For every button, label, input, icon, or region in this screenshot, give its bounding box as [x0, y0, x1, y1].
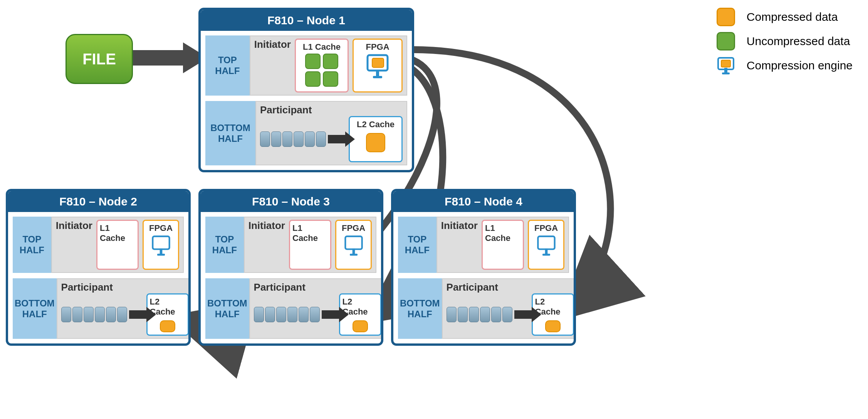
bottom-half-label: BOTTOM HALF: [205, 278, 249, 339]
node-3-body: TOP HALF Initiator L1 Cache FPGA BOTTOM …: [201, 212, 381, 343]
node-4-title: F810 – Node 4: [393, 191, 574, 212]
node-4-bottom-content: Participant L2 Cache: [442, 278, 576, 339]
fpga-title: FPGA: [342, 223, 365, 233]
node-2-title: F810 – Node 2: [8, 191, 188, 212]
l2-cache-box: L2 Cache: [349, 116, 403, 162]
node-3-bottom-half: BOTTOM HALF Participant L2 Cache: [205, 278, 376, 339]
legend-uncompressed: Uncompressed data: [717, 32, 853, 50]
l1-cache-box: L1 Cache: [289, 220, 331, 270]
node-1-top-content: Initiator L1 Cache FPGA: [250, 35, 407, 96]
initiator-label: Initiator: [254, 39, 291, 50]
node-4-top-half: TOP HALF Initiator L1 Cache FPGA: [398, 217, 569, 273]
compressed-data-icon: [366, 133, 385, 152]
l1-cache-box: L1 Cache: [96, 220, 139, 270]
node-4: F810 – Node 4 TOP HALF Initiator L1 Cach…: [391, 189, 576, 346]
svg-rect-18: [542, 254, 550, 256]
participant-row: L2 Cache: [260, 116, 403, 162]
top-half-label: TOP HALF: [13, 217, 51, 273]
node-2: F810 – Node 2 TOP HALF Initiator L1 Cach…: [6, 189, 191, 346]
participant-label: Participant: [447, 281, 498, 293]
svg-rect-3: [722, 72, 730, 74]
arrow-icon: [322, 310, 339, 319]
participant-label: Participant: [61, 281, 113, 293]
svg-rect-11: [159, 249, 162, 254]
svg-rect-1: [721, 60, 730, 67]
node-2-body: TOP HALF Initiator L1 Cache FPGA BOTTOM …: [8, 212, 188, 343]
bottom-half-label: BOTTOM HALF: [398, 278, 442, 339]
svg-rect-8: [376, 70, 379, 77]
node-3-top-half: TOP HALF Initiator L1 Cache FPGA: [205, 217, 376, 273]
disk-array-icon: [260, 131, 326, 147]
l1-cache-title: L1 Cache: [485, 223, 520, 243]
legend-uncompressed-label: Uncompressed data: [747, 35, 850, 48]
l1-data-grid: [305, 54, 338, 87]
l1-cache-box: L1 Cache: [482, 220, 524, 270]
compressed-swatch-icon: [717, 8, 735, 26]
node-1-body: TOP HALF Initiator L1 Cache FPGA: [201, 31, 412, 170]
legend-engine-label: Compression engine: [747, 59, 853, 72]
svg-rect-9: [373, 76, 382, 78]
svg-rect-12: [157, 254, 165, 256]
arrow-icon: [129, 310, 146, 319]
compressed-data-icon: [545, 320, 561, 332]
uncompressed-swatch-icon: [717, 32, 735, 50]
node-4-body: TOP HALF Initiator L1 Cache FPGA BOTTOM …: [393, 212, 574, 343]
legend-compressed: Compressed data: [717, 8, 853, 26]
l1-cache-title: L1 Cache: [292, 223, 328, 243]
compressed-data-icon: [353, 320, 368, 332]
node-2-bottom-content: Participant L2 Cache: [57, 278, 191, 339]
initiator-label: Initiator: [56, 220, 92, 232]
node-1: F810 – Node 1 TOP HALF Initiator L1 Cach…: [198, 8, 414, 172]
l1-cache-title: L1 Cache: [100, 223, 135, 243]
arrow-icon: [328, 135, 345, 143]
node-1-bottom-content: Participant L2 Cache: [255, 101, 407, 165]
top-half-label: TOP HALF: [398, 217, 437, 273]
compression-engine-icon: [366, 54, 389, 81]
disk-array-icon: [61, 307, 127, 322]
uncompressed-data-icon: [323, 54, 338, 69]
compression-engine-icon: [151, 235, 171, 258]
participant-label: Participant: [260, 104, 312, 116]
legend-engine: Compression engine: [717, 56, 853, 75]
svg-rect-17: [545, 249, 547, 254]
node-2-top-half: TOP HALF Initiator L1 Cache FPGA: [13, 217, 184, 273]
initiator-label: Initiator: [248, 220, 285, 232]
svg-rect-15: [350, 254, 358, 256]
node-3: F810 – Node 3 TOP HALF Initiator L1 Cach…: [198, 189, 383, 346]
top-half-label: TOP HALF: [205, 35, 250, 96]
bottom-half-label: BOTTOM HALF: [13, 278, 57, 339]
fpga-title: FPGA: [534, 223, 558, 233]
fpga-title: FPGA: [149, 223, 173, 233]
participant-row: L2 Cache: [61, 293, 189, 336]
uncompressed-data-icon: [323, 71, 338, 87]
top-half-label: TOP HALF: [205, 217, 244, 273]
fpga-box: FPGA: [528, 220, 564, 270]
file-box: FILE: [65, 34, 133, 84]
node-3-bottom-content: Participant L2 Cache: [249, 278, 383, 339]
compressed-data-icon: [160, 320, 175, 332]
node-1-title: F810 – Node 1: [201, 10, 412, 31]
svg-rect-10: [153, 236, 169, 249]
node-1-bottom-half: BOTTOM HALF Participant L2 Cache: [205, 101, 407, 165]
bottom-half-label: BOTTOM HALF: [205, 101, 255, 165]
svg-rect-7: [372, 58, 384, 67]
fpga-box: FPGA: [353, 39, 403, 93]
participant-label: Participant: [254, 281, 306, 293]
legend-compressed-label: Compressed data: [747, 10, 838, 24]
node-3-title: F810 – Node 3: [201, 191, 381, 212]
legend: Compressed data Uncompressed data Compre…: [717, 8, 853, 81]
disk-array-icon: [447, 307, 512, 322]
file-label: FILE: [82, 50, 116, 68]
l2-cache-title: L2 Cache: [357, 119, 395, 130]
l1-cache-title: L1 Cache: [303, 42, 341, 52]
svg-rect-2: [724, 68, 727, 73]
uncompressed-data-icon: [305, 71, 321, 87]
svg-rect-14: [352, 249, 355, 254]
participant-row: L2 Cache: [447, 293, 574, 336]
node-4-bottom-half: BOTTOM HALF Participant L2 Cache: [398, 278, 569, 339]
node-4-top-content: Initiator L1 Cache FPGA: [437, 217, 569, 273]
disk-array-icon: [254, 307, 320, 322]
fpga-title: FPGA: [366, 42, 389, 52]
svg-rect-16: [538, 236, 554, 249]
participant-row: L2 Cache: [254, 293, 381, 336]
